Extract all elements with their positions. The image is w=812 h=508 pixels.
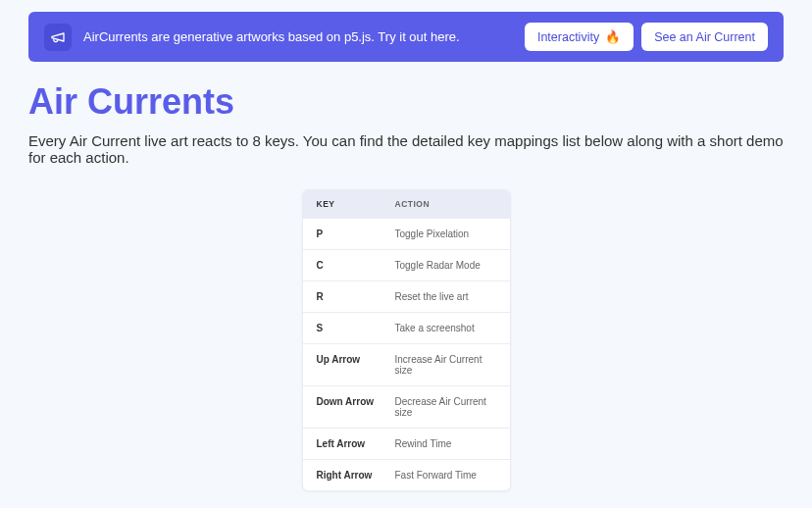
table-row: C Toggle Radar Mode <box>303 249 510 280</box>
table-row: Down Arrow Decrease Air Current size <box>303 385 510 428</box>
action-cell: Reset the live art <box>395 291 496 302</box>
header-key: KEY <box>317 199 395 209</box>
header-action: ACTION <box>395 199 496 209</box>
action-cell: Rewind Time <box>395 438 496 449</box>
action-cell: Toggle Radar Mode <box>395 260 496 271</box>
page-title: Air Currents <box>28 81 784 123</box>
action-cell: Take a screenshot <box>395 323 496 333</box>
key-cell: Left Arrow <box>317 438 395 449</box>
see-air-current-button[interactable]: See an Air Current <box>641 23 768 51</box>
table-row: Up Arrow Increase Air Current size <box>303 343 510 385</box>
table-row: Right Arrow Fast Forward Time <box>303 459 510 490</box>
key-cell: P <box>317 229 395 239</box>
page-subtitle: Every Air Current live art reacts to 8 k… <box>28 132 784 166</box>
table-wrapper: KEY ACTION P Toggle Pixelation C Toggle … <box>28 189 784 491</box>
key-cell: R <box>317 291 395 302</box>
table-row: P Toggle Pixelation <box>303 218 510 249</box>
table-row: R Reset the live art <box>303 280 510 312</box>
megaphone-icon-box <box>44 24 72 51</box>
banner-buttons: Interactivity 🔥 See an Air Current <box>525 23 768 51</box>
fire-icon: 🔥 <box>605 29 621 44</box>
key-mappings-table: KEY ACTION P Toggle Pixelation C Toggle … <box>302 189 511 491</box>
megaphone-icon <box>50 29 66 45</box>
key-cell: Up Arrow <box>317 354 395 376</box>
action-cell: Decrease Air Current size <box>395 396 496 418</box>
interactivity-button[interactable]: Interactivity 🔥 <box>525 23 634 51</box>
main-content: Air Currents Every Air Current live art … <box>0 62 812 491</box>
table-header: KEY ACTION <box>303 190 510 218</box>
banner-text: AirCurrents are generative artworks base… <box>83 29 460 44</box>
action-cell: Increase Air Current size <box>395 354 496 376</box>
table-row: Left Arrow Rewind Time <box>303 428 510 459</box>
key-cell: S <box>317 323 395 333</box>
announcement-banner: AirCurrents are generative artworks base… <box>28 12 784 62</box>
action-cell: Fast Forward Time <box>395 470 496 481</box>
banner-left: AirCurrents are generative artworks base… <box>44 24 460 51</box>
interactivity-label: Interactivity <box>537 30 599 44</box>
action-cell: Toggle Pixelation <box>395 229 496 239</box>
key-cell: Down Arrow <box>317 396 395 418</box>
key-cell: C <box>317 260 395 271</box>
key-cell: Right Arrow <box>317 470 395 481</box>
table-row: S Take a screenshot <box>303 312 510 343</box>
